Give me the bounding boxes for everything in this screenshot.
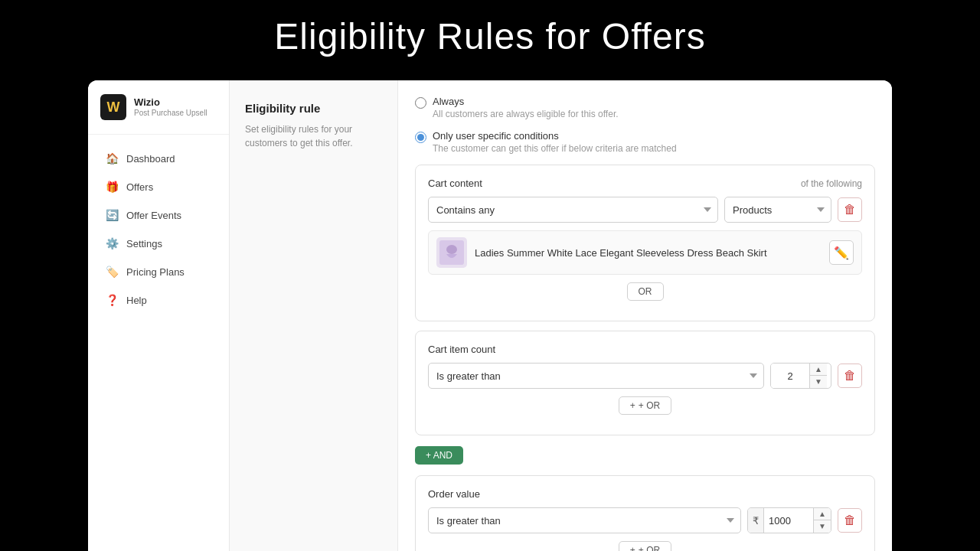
and-btn-container: + AND bbox=[415, 446, 875, 465]
radio-always-title: Always bbox=[433, 96, 619, 107]
radio-user-specific-desc: The customer can get this offer if below… bbox=[433, 143, 677, 154]
condition-cart-item-count: Cart item count Is greater than Is less … bbox=[415, 331, 875, 435]
order-stepper-up-btn[interactable]: ▲ bbox=[814, 508, 831, 520]
svg-point-1 bbox=[446, 245, 457, 254]
product-thumbnail bbox=[436, 237, 467, 268]
cart-item-count-title: Cart item count bbox=[428, 344, 495, 355]
order-value-select[interactable]: Is greater than Is less than Is equal to bbox=[428, 507, 741, 533]
cart-content-or-container: OR bbox=[428, 282, 862, 301]
sidebar-item-pricing[interactable]: 🏷️ Pricing Plans bbox=[93, 258, 224, 285]
sidebar-label-dashboard: Dashboard bbox=[126, 153, 175, 165]
offers-icon: 🎁 bbox=[105, 180, 119, 194]
sidebar-label-pricing: Pricing Plans bbox=[126, 266, 185, 278]
radio-always-input[interactable] bbox=[415, 97, 426, 109]
sidebar-item-offers[interactable]: 🎁 Offers bbox=[93, 173, 224, 201]
sidebar-item-dashboard[interactable]: 🏠 Dashboard bbox=[93, 145, 224, 172]
sidebar-nav: 🏠 Dashboard 🎁 Offers 🔄 Offer Events ⚙️ S… bbox=[88, 135, 229, 551]
sidebar-label-offer-events: Offer Events bbox=[126, 210, 181, 221]
offer-events-icon: 🔄 bbox=[105, 208, 119, 222]
info-panel-desc: Set eligibility rules for your customers… bbox=[245, 122, 382, 150]
info-panel-title: Eligibility rule bbox=[245, 102, 382, 115]
sidebar-label-settings: Settings bbox=[126, 238, 162, 249]
condition-cart-content: Cart content of the following Contains a… bbox=[415, 165, 875, 321]
pricing-icon: 🏷️ bbox=[105, 265, 119, 279]
and-btn[interactable]: + AND bbox=[415, 446, 463, 465]
product-edit-btn[interactable]: ✏️ bbox=[829, 240, 854, 265]
cart-content-delete-btn[interactable]: 🗑 bbox=[838, 197, 862, 222]
sidebar: W Wizio Post Purchase Upsell 🏠 Dashboard… bbox=[88, 80, 230, 551]
condition-order-value: Order value Is greater than Is less than… bbox=[415, 475, 875, 551]
cart-item-count-delete-btn[interactable]: 🗑 bbox=[838, 364, 862, 388]
app-container: W Wizio Post Purchase Upsell 🏠 Dashboard… bbox=[88, 80, 892, 551]
radio-user-specific-input[interactable] bbox=[415, 132, 426, 143]
order-value-delete-btn[interactable]: 🗑 bbox=[838, 508, 862, 533]
order-value-currency-wrapper: ₹ ▲ ▼ bbox=[747, 507, 831, 533]
brand-subtitle: Post Purchase Upsell bbox=[134, 109, 207, 118]
sidebar-brand: W Wizio Post Purchase Upsell bbox=[88, 80, 229, 135]
order-stepper-down-btn[interactable]: ▼ bbox=[814, 520, 831, 533]
stepper-down-btn[interactable]: ▼ bbox=[810, 376, 827, 388]
cart-content-select[interactable]: Contains any Contains all Does not conta… bbox=[428, 197, 718, 223]
order-value-or-btn[interactable]: + + OR bbox=[619, 541, 671, 551]
info-panel: Eligibility rule Set eligibility rules f… bbox=[230, 80, 398, 551]
cart-item-count-or-container: + + OR bbox=[428, 396, 862, 415]
sidebar-item-offer-events[interactable]: 🔄 Offer Events bbox=[93, 201, 224, 229]
cart-item-count-select[interactable]: Is greater than Is less than Is equal to bbox=[428, 363, 764, 389]
order-value-input[interactable] bbox=[764, 508, 813, 533]
order-value-or-container: + + OR bbox=[428, 541, 862, 551]
product-name: Ladies Summer White Lace Elegant Sleevel… bbox=[475, 247, 822, 259]
sidebar-label-help: Help bbox=[126, 295, 147, 306]
brand-logo: W bbox=[100, 94, 126, 120]
cart-item-count-stepper: ▲ ▼ bbox=[770, 363, 831, 389]
order-value-title: Order value bbox=[428, 488, 480, 500]
sidebar-item-help[interactable]: ❓ Help bbox=[93, 286, 224, 314]
cart-content-product-select[interactable]: Products bbox=[724, 197, 831, 223]
brand-name: Wizio bbox=[134, 96, 207, 109]
radio-always: Always All customers are always eligible… bbox=[415, 96, 875, 119]
currency-symbol: ₹ bbox=[748, 508, 764, 533]
cart-content-title: Cart content bbox=[428, 178, 482, 189]
order-plus-icon: + bbox=[630, 545, 635, 551]
help-icon: ❓ bbox=[105, 293, 119, 307]
radio-user-specific: Only user specific conditions The custom… bbox=[415, 130, 875, 154]
settings-icon: ⚙️ bbox=[105, 236, 119, 250]
radio-always-desc: All customers are always eligible for th… bbox=[433, 109, 619, 119]
main-content: Eligibility rule Set eligibility rules f… bbox=[230, 80, 892, 551]
cart-item-count-input[interactable] bbox=[771, 364, 809, 388]
of-following-label: of the following bbox=[801, 178, 862, 189]
sidebar-label-offers: Offers bbox=[126, 181, 153, 193]
cart-content-or-btn[interactable]: OR bbox=[627, 282, 664, 301]
page-heading: Eligibility Rules for Offers bbox=[274, 15, 705, 57]
dashboard-icon: 🏠 bbox=[105, 152, 119, 165]
stepper-up-btn[interactable]: ▲ bbox=[810, 364, 827, 376]
cart-item-count-or-btn[interactable]: + + OR bbox=[619, 396, 671, 415]
sidebar-item-settings[interactable]: ⚙️ Settings bbox=[93, 230, 224, 257]
product-row: Ladies Summer White Lace Elegant Sleevel… bbox=[428, 230, 862, 275]
rules-panel: Always All customers are always eligible… bbox=[398, 80, 892, 551]
radio-user-specific-title: Only user specific conditions bbox=[433, 130, 677, 142]
plus-icon: + bbox=[630, 400, 635, 411]
